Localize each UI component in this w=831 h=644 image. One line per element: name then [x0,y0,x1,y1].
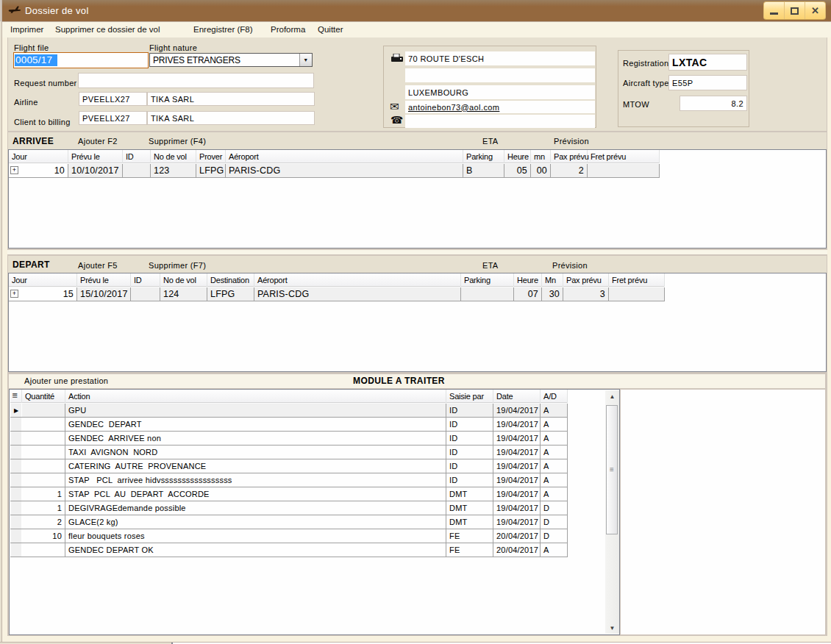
address-line1-input[interactable]: 70 ROUTE D'ESCH [405,51,595,65]
arrivee-cell-jour[interactable]: +10 [9,164,68,177]
arrivee-cell-parking[interactable]: B [463,164,504,177]
depart-cell-mn[interactable]: 30 [542,287,563,301]
table-row[interactable]: +1515/10/2017124LFPGPARIS-CDG07303 [9,287,665,301]
arrivee-cell-heure[interactable]: 05 [504,164,531,177]
arrivee-remove-button[interactable]: Supprimer (F4) [149,137,206,146]
module-cell-action[interactable]: fleur bouquets roses [65,529,446,543]
arrivee-cell-prevu[interactable]: 10/10/2017 [68,164,123,177]
module-cell-saisie-par[interactable]: ID [446,446,493,459]
depart-cell-id[interactable] [131,287,160,301]
table-row[interactable]: GENDEC DEPARTID19/04/2017A [10,418,568,432]
table-row[interactable]: 1DEGIVRAGEdemande possibleDMT19/04/2017D [10,501,568,515]
flight-nature-select[interactable]: PRIVES ETRANGERS ▼ [149,53,313,67]
module-cell-qty[interactable] [22,432,65,445]
arrivee-cell-aeroport[interactable]: PARIS-CDG [226,164,463,177]
module-cell-indicator[interactable] [10,473,22,487]
arrivee-cell-fret[interactable] [588,164,660,177]
module-cell-date[interactable]: 19/04/2017 [493,404,541,417]
address-line2-input[interactable] [405,68,595,82]
module-cell-qty[interactable]: 1 [22,487,65,501]
maximize-button[interactable] [784,2,805,19]
depart-remove-button[interactable]: Supprimer (F7) [149,261,206,270]
module-cell-saisie-par[interactable]: ID [446,473,493,487]
module-cell-date[interactable]: 19/04/2017 [493,446,541,459]
minimize-button[interactable] [764,2,784,19]
module-cell-action[interactable]: TAXI AVIGNON NORD [65,446,446,459]
module-cell-qty[interactable] [22,459,65,473]
module-cell-qty[interactable]: 10 [22,529,65,543]
email-input[interactable]: antoinebon73@aol.com [405,101,595,113]
module-cell-action[interactable]: GLACE(2 kg) [65,515,446,529]
module-cell-qty[interactable]: 1 [22,501,65,515]
flight-file-input[interactable]: 0005/17 [13,52,149,68]
module-cell-action[interactable]: STAP PCL arrivee hidvsssssssssssssssss [65,473,446,487]
module-cell-ad[interactable]: A [541,487,568,501]
email-link[interactable]: antoinebon73@aol.com [408,103,499,112]
module-cell-action[interactable]: STAP PCL AU DEPART ACCORDE [65,487,446,501]
module-cell-ad[interactable]: A [541,473,568,487]
depart-cell-parking[interactable] [461,287,514,301]
module-cell-date[interactable]: 19/04/2017 [493,473,541,487]
module-cell-ad[interactable]: A [541,459,568,473]
menu-item-enregistrer-f8-[interactable]: Enregistrer (F8) [193,25,253,34]
module-cell-saisie-par[interactable]: ID [446,459,493,473]
module-cell-date[interactable]: 20/04/2017 [493,529,541,543]
module-cell-action[interactable]: GENDEC ARRIVEE non [65,432,446,445]
module-cell-qty[interactable] [22,543,65,557]
module-cell-ad[interactable]: A [541,543,568,557]
scroll-down-icon[interactable]: ▼ [605,622,619,634]
menu-item-proforma[interactable]: Proforma [271,25,305,34]
scrollbar-thumb[interactable]: ≡ [606,405,618,534]
module-cell-saisie-par[interactable]: FE [446,543,493,557]
module-cell-ad[interactable]: A [541,446,568,459]
module-scrollbar[interactable]: ▲ ▼ ≡ [605,390,619,634]
depart-cell-vol[interactable]: 124 [160,287,207,301]
depart-cell-aeroport[interactable]: PARIS-CDG [254,287,461,301]
module-cell-ad[interactable]: A [541,418,568,431]
registration-input[interactable]: LXTAC [668,54,747,71]
table-row[interactable]: 1STAP PCL AU DEPART ACCORDEDMT19/04/2017… [10,487,568,501]
module-cell-indicator[interactable] [10,487,22,501]
expand-plus-icon[interactable]: + [10,290,18,298]
scroll-up-icon[interactable]: ▲ [605,390,619,402]
module-cell-indicator[interactable] [10,446,22,459]
module-cell-ad[interactable]: D [541,515,568,529]
module-cell-date[interactable]: 19/04/2017 [493,487,541,501]
module-cell-indicator[interactable] [10,418,22,431]
arrivee-cell-pax[interactable]: 2 [551,164,588,177]
table-row[interactable]: 2GLACE(2 kg)DMT19/04/2017D [10,515,568,529]
client-name-input[interactable]: TIKA SARL [147,111,315,125]
module-cell-date[interactable]: 19/04/2017 [493,501,541,515]
table-row[interactable]: 10fleur bouquets rosesFE20/04/2017D [10,529,568,543]
module-cell-ad[interactable]: D [541,501,568,515]
module-cell-indicator[interactable] [10,529,22,543]
depart-cell-destination[interactable]: LFPG [207,287,254,301]
depart-cell-heure[interactable]: 07 [514,287,542,301]
module-cell-saisie-par[interactable]: DMT [446,487,493,501]
module-cell-saisie-par[interactable]: ID [446,404,493,417]
module-cell-indicator[interactable] [10,515,22,529]
module-cell-date[interactable]: 19/04/2017 [493,459,541,473]
menu-item-imprimer[interactable]: Imprimer [10,25,43,34]
depart-cell-fret[interactable] [609,287,665,301]
module-cell-qty[interactable]: 2 [22,515,65,529]
arrivee-add-button[interactable]: Ajouter F2 [78,137,118,146]
table-row[interactable]: ▶GPUID19/04/2017A [10,404,568,418]
module-cell-saisie-par[interactable]: DMT [446,501,493,515]
module-cell-date[interactable]: 19/04/2017 [493,418,541,431]
module-cell-qty[interactable] [22,418,65,431]
depart-add-button[interactable]: Ajouter F5 [78,261,118,270]
module-cell-qty[interactable] [22,473,65,487]
airline-code-input[interactable]: PVEELLX27 [79,92,147,106]
module-add-button[interactable]: Ajouter une prestation [24,376,108,385]
address-city-input[interactable]: LUXEMBOURG [405,85,595,99]
table-row[interactable]: TAXI AVIGNON NORDID19/04/2017A [10,446,568,459]
arrivee-cell-mn[interactable]: 00 [531,164,551,177]
module-cell-ad[interactable]: D [541,529,568,543]
module-cell-saisie-par[interactable]: DMT [446,515,493,529]
module-cell-action[interactable]: GPU [65,404,446,417]
menu-item-quitter[interactable]: Quitter [318,25,343,34]
arrivee-cell-vol[interactable]: 123 [151,164,196,177]
table-row[interactable]: CATERING AUTRE PROVENANCEID19/04/2017A [10,459,568,473]
module-cell-date[interactable]: 19/04/2017 [493,515,541,529]
